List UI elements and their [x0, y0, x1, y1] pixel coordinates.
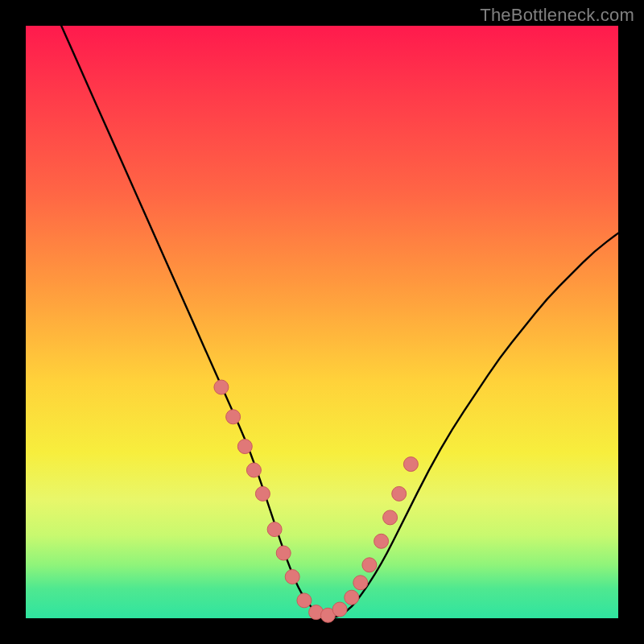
marker-group [214, 380, 419, 622]
chart-frame: TheBottleneck.com [0, 0, 644, 644]
marker-dot [297, 593, 312, 608]
marker-dot [285, 570, 299, 584]
marker-dot [353, 576, 368, 590]
marker-dot [214, 380, 229, 394]
curve-svg [26, 26, 618, 618]
marker-dot [392, 486, 407, 501]
marker-dot [403, 457, 418, 472]
marker-dot [246, 463, 261, 477]
marker-dot [226, 410, 241, 424]
marker-dot [383, 510, 398, 525]
marker-dot [237, 440, 252, 454]
marker-dot [276, 546, 291, 560]
marker-dot [362, 558, 377, 572]
watermark-text: TheBottleneck.com [480, 5, 634, 26]
plot-area [26, 26, 618, 618]
marker-dot [255, 486, 270, 501]
marker-dot [374, 534, 389, 548]
bottleneck-curve [61, 26, 618, 618]
marker-dot [345, 590, 359, 605]
marker-dot [332, 602, 347, 617]
marker-dot [267, 522, 282, 537]
